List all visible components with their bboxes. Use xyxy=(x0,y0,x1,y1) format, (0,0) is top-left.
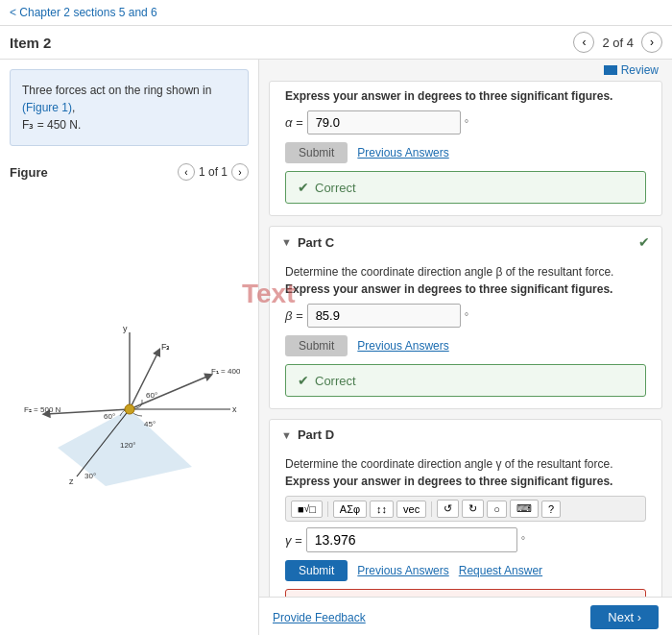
nav-next-button[interactable]: › xyxy=(641,32,662,53)
toolbar-keyboard-button[interactable]: ⌨ xyxy=(510,500,539,518)
toolbar-redo-button[interactable]: ↻ xyxy=(462,500,484,518)
earlier-correct-box: ✔ Correct xyxy=(285,171,646,204)
part-d-submit-button[interactable]: Submit xyxy=(285,560,348,581)
svg-line-7 xyxy=(130,352,158,409)
figure-next-button[interactable]: › xyxy=(231,163,249,181)
review-icon xyxy=(604,65,617,75)
figure-link[interactable]: (Figure 1) xyxy=(22,101,72,114)
part-c-header-left: ▼ Part C xyxy=(281,235,334,250)
part-c-correct-label: Correct xyxy=(315,374,356,388)
toolbar-circle-button[interactable]: ○ xyxy=(487,501,507,518)
part-c-header[interactable]: ▼ Part C ✔ xyxy=(270,227,661,257)
toolbar-vec-button[interactable]: vec xyxy=(396,501,426,518)
provide-feedback-button[interactable]: Provide Feedback xyxy=(273,611,366,624)
part-d-header[interactable]: ▼ Part D xyxy=(270,420,661,450)
svg-text:F₁ = 400 N: F₁ = 400 N xyxy=(211,367,240,376)
left-panel: Three forces act on the ring shown in (F… xyxy=(0,60,259,635)
earlier-answer-row: α = ° xyxy=(285,110,646,134)
next-button[interactable]: Next › xyxy=(590,605,659,629)
part-d-question: Determine the coordinate direction angle… xyxy=(285,457,646,471)
part-c-correct-box: ✔ Correct xyxy=(285,364,646,397)
problem-text-p1: Three forces act on the ring shown in xyxy=(22,84,211,97)
nav-controls: ‹ 2 of 4 › xyxy=(573,32,662,53)
part-c-submit-button: Submit xyxy=(285,335,348,356)
part-d-btn-row: Submit Previous Answers Request Answer xyxy=(285,560,646,581)
part-c-question: Determine the coordinate direction angle… xyxy=(285,265,646,279)
part-d-arrow: ▼ xyxy=(281,429,292,441)
item-title: Item 2 xyxy=(10,35,51,51)
item-header: Item 2 ‹ 2 of 4 › xyxy=(0,26,672,60)
figure-svg: x y z F₃ F₁ = 400 N F₂ = 500 N xyxy=(19,323,240,496)
toolbar-sep-1 xyxy=(327,501,328,517)
bottom-bar: Provide Feedback Next › xyxy=(259,597,672,635)
part-c-arrow: ▼ xyxy=(281,236,292,248)
toolbar-arrows-button[interactable]: ↕↕ xyxy=(370,501,394,518)
review-bar: Review xyxy=(259,60,672,81)
earlier-submit-button: Submit xyxy=(285,142,348,163)
svg-text:120°: 120° xyxy=(120,441,136,450)
part-c-prev-answers-button[interactable]: Previous Answers xyxy=(357,339,448,353)
earlier-answer-unit: ° xyxy=(465,117,468,129)
part-c-answer-unit: ° xyxy=(465,310,468,322)
toolbar-symbols-button[interactable]: ΑΣφ xyxy=(333,501,367,518)
part-d-answer-row: γ = ° xyxy=(285,527,646,552)
part-c-answer-row: β = ° xyxy=(285,304,646,328)
earlier-part-body: Express your answer in degrees to three … xyxy=(270,82,661,215)
part-d-toolbar: ■√□ ΑΣφ ↕↕ vec ↺ ↻ ○ ⌨ ? xyxy=(285,496,646,522)
right-panel: Review Express your answer in degrees to… xyxy=(259,60,672,635)
part-d-header-left: ▼ Part D xyxy=(281,427,334,442)
svg-point-18 xyxy=(125,404,134,414)
svg-text:z: z xyxy=(69,476,74,486)
toolbar-undo-button[interactable]: ↺ xyxy=(437,500,459,518)
breadcrumb[interactable]: < Chapter 2 sections 5 and 6 xyxy=(0,0,672,26)
part-d-request-answer-button[interactable]: Request Answer xyxy=(459,564,542,577)
part-c-body: Determine the coordinate direction angle… xyxy=(270,257,661,408)
nav-prev-button[interactable]: ‹ xyxy=(573,32,594,53)
toolbar-sep-2 xyxy=(431,501,432,517)
svg-text:F₂ = 500 N: F₂ = 500 N xyxy=(24,405,61,414)
earlier-prev-answers-button[interactable]: Previous Answers xyxy=(357,146,448,159)
part-d-instruction: Express your answer in degrees to three … xyxy=(285,475,646,488)
figure-nav: ‹ 1 of 1 › xyxy=(178,163,249,181)
part-c-answer-input[interactable] xyxy=(307,304,461,328)
part-c-instruction: Express your answer in degrees to three … xyxy=(285,282,646,296)
svg-text:45°: 45° xyxy=(144,420,156,428)
earlier-answer-label: α = xyxy=(285,115,303,130)
figure-label: Figure xyxy=(10,165,48,180)
earlier-btn-row: Submit Previous Answers xyxy=(285,142,646,163)
figure-header: Figure ‹ 1 of 1 › xyxy=(0,156,258,184)
part-c-checkmark: ✔ xyxy=(638,234,650,250)
part-d-label: Part D xyxy=(298,427,334,442)
part-c-label: Part C xyxy=(298,235,334,250)
part-c-answer-label: β = xyxy=(285,308,303,323)
toolbar-help-button[interactable]: ? xyxy=(541,501,561,518)
svg-text:60°: 60° xyxy=(104,412,115,421)
nav-count: 2 of 4 xyxy=(602,36,634,50)
figure-count: 1 of 1 xyxy=(199,165,228,179)
part-c-btn-row: Submit Previous Answers xyxy=(285,335,646,356)
part-c-section: ▼ Part C ✔ Determine the coordinate dire… xyxy=(269,226,662,409)
earlier-instruction: Express your answer in degrees to three … xyxy=(285,89,646,103)
problem-force: F₃ = 450 N. xyxy=(22,118,81,132)
problem-text: Three forces act on the ring shown in (F… xyxy=(10,69,249,146)
earlier-answer-input[interactable] xyxy=(307,110,461,134)
earlier-correct-label: Correct xyxy=(315,181,356,195)
figure-prev-button[interactable]: ‹ xyxy=(178,163,195,181)
toolbar-matrix-button[interactable]: ■√□ xyxy=(291,501,323,518)
earlier-part-section: Express your answer in degrees to three … xyxy=(269,81,662,216)
svg-text:30°: 30° xyxy=(84,472,96,480)
part-d-answer-input[interactable] xyxy=(306,527,517,552)
figure-image: x y z F₃ F₁ = 400 N F₂ = 500 N xyxy=(0,184,258,635)
part-d-answer-unit: ° xyxy=(521,534,525,546)
svg-text:F₃: F₃ xyxy=(161,342,171,352)
part-d-prev-answers-button[interactable]: Previous Answers xyxy=(357,564,448,577)
review-label: Review xyxy=(621,63,659,77)
earlier-correct-check: ✔ xyxy=(298,180,309,195)
svg-text:x: x xyxy=(232,404,237,414)
svg-text:60°: 60° xyxy=(146,391,157,400)
part-c-correct-check: ✔ xyxy=(298,373,309,388)
breadcrumb-link[interactable]: < Chapter 2 sections 5 and 6 xyxy=(10,6,157,19)
svg-text:y: y xyxy=(123,324,128,333)
review-button[interactable]: Review xyxy=(604,63,659,77)
main-layout: Three forces act on the ring shown in (F… xyxy=(0,60,672,635)
